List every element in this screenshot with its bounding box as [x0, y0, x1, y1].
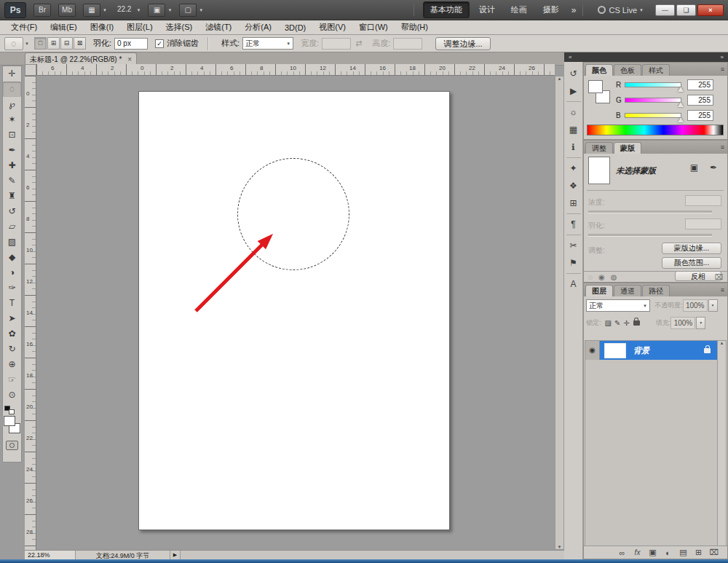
delete-mask-icon[interactable]: ⌧ [714, 273, 723, 281]
blur-tool[interactable]: ◆ [3, 250, 21, 265]
workspace-design-button[interactable]: 设计 [472, 2, 502, 17]
new-adjustment-layer-icon[interactable]: ◐ [660, 548, 676, 557]
layer-style-icon[interactable]: fx [630, 548, 645, 556]
delete-layer-icon[interactable]: ⌧ [706, 548, 721, 557]
elliptical-marquee-tool[interactable]: ◌ [3, 82, 21, 97]
current-tool-icon[interactable]: ◌ [4, 37, 23, 50]
tab-paths[interactable]: 路径 [642, 285, 670, 296]
menu-analysis[interactable]: 分析(A) [238, 20, 278, 34]
gradient-tool[interactable]: ▨ [3, 235, 21, 250]
load-selection-icon[interactable]: ◌ [588, 273, 593, 281]
blue-slider[interactable] [625, 113, 681, 118]
paragraph-panel-button[interactable]: ¶ [565, 216, 582, 233]
lasso-tool[interactable]: ℘ [3, 97, 21, 112]
intersect-selection-button[interactable]: ⊠ [74, 37, 86, 50]
workspace-essentials-button[interactable]: 基本功能 [423, 1, 470, 18]
tab-swatches[interactable]: 色板 [614, 64, 641, 76]
red-value[interactable]: 255 [687, 79, 713, 90]
dodge-tool[interactable]: ◑ [3, 265, 21, 280]
tab-adjustments[interactable]: 调整 [585, 142, 613, 154]
menu-view[interactable]: 视图(V) [312, 20, 352, 34]
menu-file[interactable]: 文件(F) [4, 20, 44, 34]
scroll-up-icon[interactable]: ▲ [558, 76, 562, 81]
style-select[interactable]: 正常 ▼ [242, 37, 293, 50]
adjustments-panel-button[interactable]: ☼ [565, 103, 582, 121]
hand-tool[interactable]: ☞ [3, 372, 21, 387]
slider-thumb[interactable] [678, 117, 684, 122]
zoom-tool[interactable]: ⊙ [3, 387, 21, 403]
brush-tool[interactable]: ✎ [3, 173, 21, 189]
status-menu-button[interactable]: ▶ [170, 551, 181, 559]
healing-brush-tool[interactable]: ✚ [3, 158, 21, 173]
minimize-button[interactable]: — [655, 4, 675, 16]
mask-edge-button[interactable]: 蒙版边缘... [662, 243, 721, 254]
layer-visibility-toggle[interactable]: ◉ [585, 341, 600, 360]
eyedropper-tool[interactable]: ✒ [3, 143, 21, 158]
collapse-panels-icon[interactable]: « [569, 54, 571, 60]
clone-stamp-tool[interactable]: ♜ [3, 189, 21, 204]
blend-mode-select[interactable]: 正常 ▼ [586, 299, 650, 312]
menu-edit[interactable]: 编辑(E) [44, 20, 84, 34]
zoom-percentage[interactable]: 22.18% [25, 551, 76, 559]
zoom-level-display[interactable]: 22.2 [114, 4, 134, 17]
tab-masks[interactable]: 蒙版 [614, 142, 641, 154]
horizontal-scrollbar[interactable] [181, 551, 564, 559]
menu-layer[interactable]: 图层(L) [120, 20, 159, 34]
scroll-up-icon[interactable]: ▲ [720, 341, 724, 345]
close-icon[interactable]: × [127, 55, 132, 63]
styles-panel-button[interactable]: ▦ [565, 121, 582, 138]
launch-mini-bridge-button[interactable]: Mb [58, 4, 76, 17]
slider-thumb[interactable] [678, 102, 684, 107]
view-extras-button[interactable]: ▦ [83, 4, 100, 17]
add-pixel-mask-icon[interactable]: ▣ [690, 162, 698, 173]
add-selection-button[interactable]: ⊞ [47, 37, 60, 50]
clone-source-panel-button[interactable]: ⊞ [565, 194, 582, 212]
layer-name[interactable]: 背景 [633, 345, 704, 356]
quick-mask-button[interactable] [6, 441, 18, 450]
scroll-down-icon[interactable]: ▼ [558, 545, 562, 549]
info-panel-button[interactable]: ℹ [565, 138, 582, 156]
tab-styles[interactable]: 样式 [642, 64, 670, 76]
foreground-color-swatch[interactable] [588, 80, 603, 93]
slider-thumb[interactable] [678, 87, 684, 92]
apply-mask-icon[interactable]: ◉ [598, 273, 605, 281]
custom-shape-tool[interactable]: ✿ [3, 326, 21, 342]
screen-mode-button[interactable]: ▢ [179, 4, 197, 17]
history-panel-button[interactable]: ↺ [565, 65, 582, 82]
add-vector-mask-icon[interactable]: ✒ [710, 162, 717, 173]
canvas-viewport[interactable] [36, 76, 555, 550]
close-button[interactable]: × [697, 4, 724, 16]
menu-image[interactable]: 图像(I) [84, 20, 120, 34]
restore-button[interactable]: ❏ [676, 4, 696, 16]
menu-3d[interactable]: 3D(D) [278, 22, 312, 34]
refine-edge-button[interactable]: 调整边缘... [435, 37, 490, 50]
color-range-button[interactable]: 颜色范围... [662, 257, 721, 269]
red-slider[interactable] [625, 82, 681, 87]
3d-pan-tool[interactable]: ⊕ [3, 357, 21, 372]
layer-thumbnail[interactable] [604, 343, 626, 358]
path-selection-tool[interactable]: ➤ [3, 311, 21, 326]
workspace-painting-button[interactable]: 绘画 [505, 2, 534, 17]
panel-menu-icon[interactable]: ≡ [721, 286, 724, 294]
lock-paint-icon[interactable]: ✎ [614, 319, 620, 327]
type-tool[interactable]: T [3, 296, 21, 311]
color-spectrum-bar[interactable] [587, 125, 724, 135]
eraser-tool[interactable]: ▱ [3, 219, 21, 235]
workspace-photography-button[interactable]: 摄影 [537, 2, 566, 17]
expand-panels-icon[interactable]: » [721, 54, 724, 60]
menu-select[interactable]: 选择(S) [159, 20, 199, 34]
layer-row-background[interactable]: ◉ 背景 [585, 341, 718, 360]
new-group-icon[interactable]: ▤ [676, 548, 691, 557]
3d-rotate-tool[interactable]: ↻ [3, 342, 21, 357]
foreground-color-swatch[interactable] [4, 416, 15, 426]
workspace-overflow-button[interactable]: » [571, 5, 577, 15]
feather-input[interactable]: 0 px [114, 38, 148, 50]
disable-mask-icon[interactable]: ◍ [611, 273, 617, 281]
layer-list-scrollbar[interactable]: ▲ ▼ [717, 340, 727, 557]
quick-selection-tool[interactable]: ✶ [3, 112, 21, 127]
document-page[interactable] [138, 91, 450, 530]
link-layers-icon[interactable]: ∞ [614, 548, 630, 557]
launch-bridge-button[interactable]: Br [33, 4, 51, 17]
masks-extra-panel-button[interactable]: ⚑ [565, 254, 582, 272]
new-layer-icon[interactable]: ⊞ [691, 548, 706, 557]
